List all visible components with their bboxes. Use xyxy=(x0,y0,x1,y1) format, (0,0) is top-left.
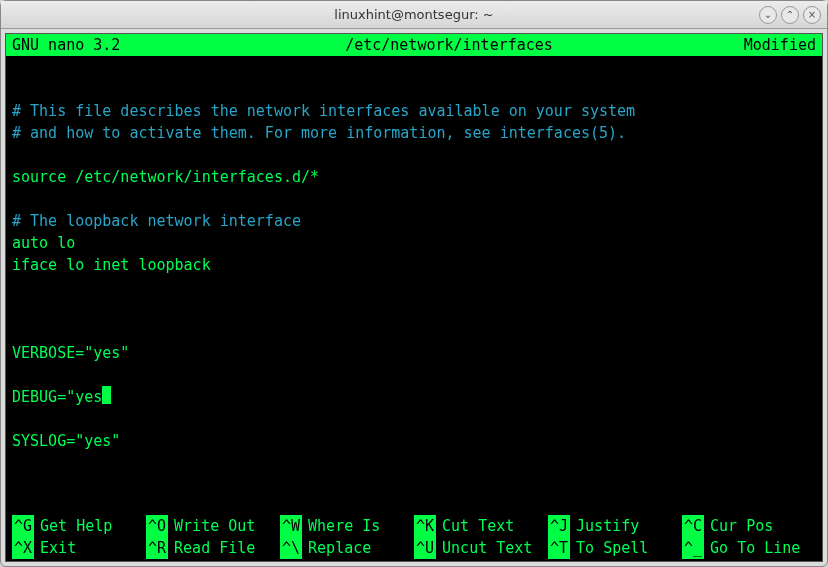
close-button[interactable]: × xyxy=(803,6,821,24)
nano-filepath: /etc/network/interfaces xyxy=(172,34,726,56)
editor-line: iface lo inet loopback xyxy=(12,256,211,274)
shortcut-get-help[interactable]: ^GGet Help xyxy=(12,515,146,537)
shortcut-justify[interactable]: ^JJustify xyxy=(548,515,682,537)
shortcut-where-is[interactable]: ^WWhere Is xyxy=(280,515,414,537)
shortcut-cut-text[interactable]: ^KCut Text xyxy=(414,515,548,537)
shortcut-read-file[interactable]: ^RRead File xyxy=(146,537,280,559)
terminal-window: linuxhint@montsegur: ~ ⌄ ⌃ × GNU nano 3.… xyxy=(0,0,828,567)
cursor xyxy=(102,386,111,404)
maximize-button[interactable]: ⌃ xyxy=(781,6,799,24)
shortcut-write-out[interactable]: ^OWrite Out xyxy=(146,515,280,537)
editor-line: # and how to activate them. For more inf… xyxy=(12,124,626,142)
window-controls: ⌄ ⌃ × xyxy=(759,6,821,24)
editor-area[interactable]: # This file describes the network interf… xyxy=(6,56,822,474)
editor-line: source /etc/network/interfaces.d/* xyxy=(12,168,319,186)
minimize-button[interactable]: ⌄ xyxy=(759,6,777,24)
shortcut-uncut-text[interactable]: ^UUncut Text xyxy=(414,537,548,559)
footer-row-2: ^XExit ^RRead File ^\Replace ^UUncut Tex… xyxy=(12,537,816,559)
nano-status: Modified xyxy=(726,34,816,56)
editor-line: # This file describes the network interf… xyxy=(12,102,635,120)
shortcut-cur-pos[interactable]: ^CCur Pos xyxy=(682,515,816,537)
editor-line: SYSLOG="yes" xyxy=(12,432,120,450)
window-title: linuxhint@montsegur: ~ xyxy=(1,7,827,22)
editor-line: VERBOSE="yes" xyxy=(12,344,129,362)
shortcut-go-to-line[interactable]: ^_Go To Line xyxy=(682,537,816,559)
nano-version: GNU nano 3.2 xyxy=(12,34,172,56)
nano-footer: ^GGet Help ^OWrite Out ^WWhere Is ^KCut … xyxy=(12,515,816,559)
editor-blank xyxy=(12,80,21,98)
titlebar[interactable]: linuxhint@montsegur: ~ ⌄ ⌃ × xyxy=(1,1,827,29)
editor-line: # The loopback network interface xyxy=(12,212,301,230)
shortcut-exit[interactable]: ^XExit xyxy=(12,537,146,559)
editor-line: auto lo xyxy=(12,234,75,252)
footer-row-1: ^GGet Help ^OWrite Out ^WWhere Is ^KCut … xyxy=(12,515,816,537)
shortcut-to-spell[interactable]: ^TTo Spell xyxy=(548,537,682,559)
nano-header: GNU nano 3.2 /etc/network/interfaces Mod… xyxy=(6,34,822,56)
editor-line: DEBUG="yes" xyxy=(12,388,111,406)
terminal[interactable]: GNU nano 3.2 /etc/network/interfaces Mod… xyxy=(5,33,823,562)
shortcut-replace[interactable]: ^\Replace xyxy=(280,537,414,559)
